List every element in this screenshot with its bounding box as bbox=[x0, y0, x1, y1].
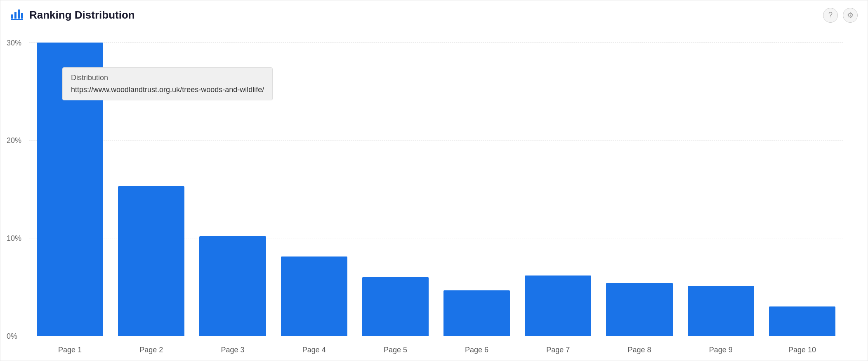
page-title: Ranking Distribution bbox=[29, 9, 135, 21]
y-label-0: 0% bbox=[7, 332, 17, 341]
x-label-page3: Page 3 bbox=[192, 346, 273, 354]
bar-group-page8[interactable] bbox=[599, 43, 680, 336]
y-label-10: 10% bbox=[7, 234, 21, 242]
svg-rect-2 bbox=[18, 10, 20, 19]
x-label-page2: Page 2 bbox=[111, 346, 192, 354]
bar-group-page3[interactable] bbox=[192, 43, 273, 336]
y-label-30: 30% bbox=[7, 39, 21, 48]
chart-icon bbox=[10, 7, 24, 23]
x-label-page7: Page 7 bbox=[517, 346, 599, 354]
bar-group-page10[interactable] bbox=[762, 43, 843, 336]
bar-page6[interactable] bbox=[443, 290, 510, 336]
x-label-page8: Page 8 bbox=[599, 346, 680, 354]
widget-actions: ? ⚙ bbox=[823, 8, 858, 23]
grid-line-0: 0% bbox=[29, 336, 843, 336]
bar-page10[interactable] bbox=[769, 306, 835, 336]
bar-page1[interactable] bbox=[37, 43, 103, 336]
title-group: Ranking Distribution bbox=[10, 7, 135, 23]
chart-container: 30% 20% 10% 0% bbox=[0, 30, 868, 361]
bar-group-page1[interactable] bbox=[29, 43, 111, 336]
help-button[interactable]: ? bbox=[823, 8, 838, 23]
bar-group-page5[interactable] bbox=[355, 43, 436, 336]
bar-group-page2[interactable] bbox=[111, 43, 192, 336]
x-label-page9: Page 9 bbox=[680, 346, 762, 354]
widget-header: Ranking Distribution ? ⚙ bbox=[0, 0, 868, 30]
bar-page8[interactable] bbox=[606, 283, 672, 336]
y-label-20: 20% bbox=[7, 136, 21, 145]
chart-area: 30% 20% 10% 0% bbox=[29, 43, 843, 336]
x-label-page4: Page 4 bbox=[274, 346, 355, 354]
bar-group-page9[interactable] bbox=[680, 43, 762, 336]
x-label-page1: Page 1 bbox=[29, 346, 111, 354]
bar-page5[interactable] bbox=[362, 277, 429, 336]
svg-rect-1 bbox=[14, 12, 17, 19]
bar-page9[interactable] bbox=[688, 286, 754, 336]
svg-rect-0 bbox=[11, 14, 13, 19]
bar-group-page4[interactable] bbox=[274, 43, 355, 336]
x-labels: Page 1 Page 2 Page 3 Page 4 Page 5 Page … bbox=[29, 346, 843, 354]
bar-page2[interactable] bbox=[118, 186, 184, 336]
bar-page3[interactable] bbox=[199, 236, 266, 336]
bar-page4[interactable] bbox=[281, 256, 347, 336]
ranking-distribution-widget: Ranking Distribution ? ⚙ 30% 20% 10% bbox=[0, 0, 868, 361]
x-label-page5: Page 5 bbox=[355, 346, 436, 354]
bar-group-page7[interactable] bbox=[517, 43, 599, 336]
x-label-page6: Page 6 bbox=[436, 346, 517, 354]
svg-rect-3 bbox=[21, 13, 23, 19]
bar-group-page6[interactable] bbox=[436, 43, 517, 336]
bars-wrapper bbox=[29, 43, 843, 336]
x-label-page10: Page 10 bbox=[762, 346, 843, 354]
settings-button[interactable]: ⚙ bbox=[843, 8, 858, 23]
bar-page7[interactable] bbox=[525, 276, 591, 336]
